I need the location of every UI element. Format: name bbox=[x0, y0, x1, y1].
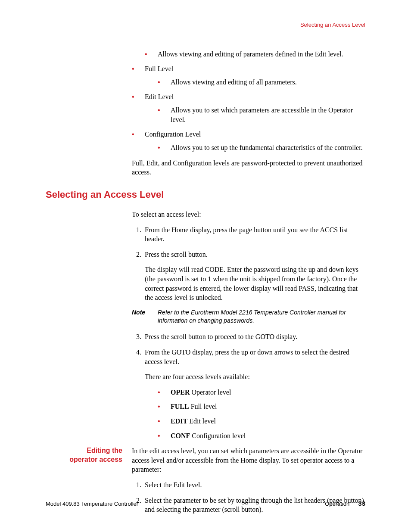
footer-left: Model 409.83 Temperature Controller bbox=[46, 501, 138, 507]
step-text: Press the scroll button. bbox=[145, 250, 365, 259]
step-item: Select the Edit level. bbox=[143, 480, 365, 490]
step-text: Press the scroll button to proceed to th… bbox=[145, 332, 365, 342]
level-sub-item: Allows you to set which parameters are a… bbox=[158, 106, 365, 124]
level-label: Configuration Level bbox=[145, 131, 201, 138]
section-intro: To select an access level: bbox=[132, 210, 365, 219]
subsection-label: Editing the operator access bbox=[46, 446, 132, 520]
subsection: Editing the operator access In the edit … bbox=[46, 446, 365, 520]
levels-tail: Full, Edit, and Configuration levels are… bbox=[132, 159, 365, 177]
step-item: From the GOTO display, press the up or d… bbox=[143, 348, 365, 440]
levels-block: Allows viewing and editing of parameters… bbox=[132, 50, 365, 177]
step-follow: The display will read CODE. Enter the pa… bbox=[145, 265, 365, 302]
code-item: EDIT Edit level bbox=[158, 417, 365, 426]
step-text: From the GOTO display, press the up or d… bbox=[145, 348, 365, 366]
steps-list-cont: Press the scroll button to proceed to th… bbox=[132, 332, 365, 440]
code-desc: Operator level bbox=[190, 389, 231, 396]
subsection-intro: In the edit access level, you can set wh… bbox=[132, 446, 365, 474]
code-desc: Full level bbox=[189, 403, 217, 410]
code-item: FULL Full level bbox=[158, 402, 365, 411]
codes-list: OPER Operator level FULL Full level EDIT… bbox=[158, 388, 365, 440]
note-text: Refer to the Eurotherm Model 2216 Temper… bbox=[158, 308, 365, 325]
subsection-label-line2: operator access bbox=[69, 456, 122, 463]
step-text: From the Home display, press the page bu… bbox=[145, 225, 365, 244]
page: Selecting an Access Level Allows viewing… bbox=[0, 0, 411, 532]
code-item: CONF Configuration level bbox=[158, 431, 365, 441]
steps-list: From the Home display, press the page bu… bbox=[132, 225, 365, 302]
note-label: Note bbox=[132, 308, 158, 325]
code: CONF bbox=[171, 432, 190, 439]
code-desc: Edit level bbox=[187, 417, 216, 425]
level-label: Edit Level bbox=[145, 93, 174, 100]
step-item: From the Home display, press the page bu… bbox=[143, 225, 365, 244]
subsection-steps: Select the Edit level. Select the parame… bbox=[132, 480, 365, 514]
step-item: Press the scroll button. The display wil… bbox=[143, 250, 365, 302]
step-item: Press the scroll button to proceed to th… bbox=[143, 332, 365, 342]
step-text: Select the Edit level. bbox=[145, 480, 365, 490]
code: OPER bbox=[171, 389, 190, 396]
code: FULL bbox=[171, 403, 189, 410]
footer-page-number: 33 bbox=[358, 500, 365, 507]
level-item: Configuration Level Allows you to set up… bbox=[132, 130, 365, 152]
subsection-body: In the edit access level, you can set wh… bbox=[132, 446, 365, 520]
level-item: Edit Level Allows you to set which param… bbox=[132, 92, 365, 124]
footer-section: Operation bbox=[325, 501, 349, 507]
section-body: To select an access level: From the Home… bbox=[132, 210, 365, 440]
code: EDIT bbox=[171, 417, 187, 425]
level-label: Full Level bbox=[145, 65, 173, 72]
running-head: Selecting an Access Level bbox=[46, 22, 365, 28]
step-follow: There are four access levels available: bbox=[145, 372, 365, 382]
code-desc: Configuration level bbox=[190, 432, 246, 439]
note: Note Refer to the Eurotherm Model 2216 T… bbox=[132, 308, 365, 325]
level-sub-item: Allows viewing and editing of all parame… bbox=[158, 78, 365, 87]
code-item: OPER Operator level bbox=[158, 388, 365, 397]
level-sub-item: Allows you to set up the fundamental cha… bbox=[158, 143, 365, 152]
level-sub-item: Allows viewing and editing of parameters… bbox=[145, 50, 365, 59]
subsection-label-line1: Editing the bbox=[87, 447, 122, 454]
level-item: Full Level Allows viewing and editing of… bbox=[132, 64, 365, 87]
page-footer: Model 409.83 Temperature Controller Oper… bbox=[46, 500, 365, 507]
section-heading: Selecting an Access Level bbox=[46, 189, 365, 200]
